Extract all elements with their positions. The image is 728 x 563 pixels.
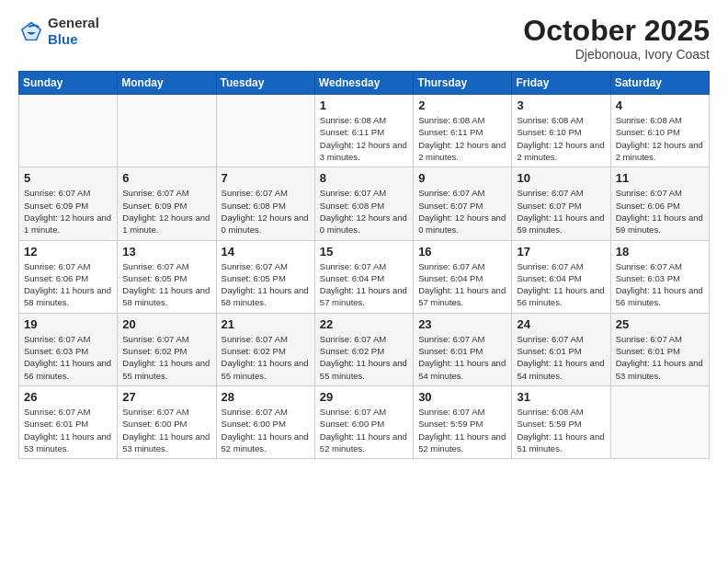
- weekday-header-row: SundayMondayTuesdayWednesdayThursdayFrid…: [19, 72, 710, 95]
- logo-text: General Blue: [48, 15, 99, 48]
- day-number: 29: [320, 390, 408, 404]
- day-info: Sunrise: 6:07 AMSunset: 6:01 PMDaylight:…: [616, 333, 704, 382]
- day-info: Sunrise: 6:07 AMSunset: 6:04 PMDaylight:…: [517, 260, 605, 309]
- weekday-header-friday: Friday: [512, 72, 610, 95]
- day-number: 21: [222, 317, 310, 331]
- day-number: 28: [222, 390, 310, 404]
- day-info: Sunrise: 6:07 AMSunset: 5:59 PMDaylight:…: [418, 406, 506, 454]
- calendar-table: SundayMondayTuesdayWednesdayThursdayFrid…: [18, 71, 710, 459]
- day-cell: 31Sunrise: 6:08 AMSunset: 5:59 PMDayligh…: [512, 385, 610, 458]
- day-number: 8: [320, 171, 408, 185]
- day-info: Sunrise: 6:07 AMSunset: 6:03 PMDaylight:…: [616, 260, 704, 309]
- day-cell: 13Sunrise: 6:07 AMSunset: 6:05 PMDayligh…: [118, 240, 216, 313]
- day-info: Sunrise: 6:07 AMSunset: 6:08 PMDaylight:…: [222, 187, 310, 236]
- header: General Blue October 2025 Djebonoua, Ivo…: [18, 15, 710, 62]
- day-cell: 27Sunrise: 6:07 AMSunset: 6:00 PMDayligh…: [118, 385, 216, 458]
- day-cell: 9Sunrise: 6:07 AMSunset: 6:07 PMDaylight…: [414, 167, 512, 240]
- week-row-2: 5Sunrise: 6:07 AMSunset: 6:09 PMDaylight…: [19, 167, 710, 240]
- day-number: 20: [122, 317, 210, 331]
- day-number: 24: [517, 317, 605, 331]
- day-info: Sunrise: 6:07 AMSunset: 6:07 PMDaylight:…: [418, 187, 506, 236]
- day-cell: [19, 95, 118, 167]
- day-number: 19: [24, 317, 112, 331]
- day-number: 22: [320, 317, 408, 331]
- day-cell: 22Sunrise: 6:07 AMSunset: 6:02 PMDayligh…: [314, 313, 413, 385]
- day-cell: 21Sunrise: 6:07 AMSunset: 6:02 PMDayligh…: [216, 313, 314, 385]
- day-cell: 5Sunrise: 6:07 AMSunset: 6:09 PMDaylight…: [19, 167, 118, 240]
- day-info: Sunrise: 6:07 AMSunset: 6:00 PMDaylight:…: [222, 406, 310, 454]
- day-info: Sunrise: 6:07 AMSunset: 6:01 PMDaylight:…: [517, 333, 605, 382]
- day-info: Sunrise: 6:07 AMSunset: 6:06 PMDaylight:…: [24, 260, 112, 309]
- day-cell: 30Sunrise: 6:07 AMSunset: 5:59 PMDayligh…: [414, 385, 512, 458]
- day-info: Sunrise: 6:07 AMSunset: 6:04 PMDaylight:…: [418, 260, 506, 309]
- day-number: 7: [222, 171, 310, 185]
- day-info: Sunrise: 6:07 AMSunset: 6:03 PMDaylight:…: [24, 333, 112, 382]
- weekday-header-tuesday: Tuesday: [216, 72, 314, 95]
- logo-icon: [18, 18, 44, 44]
- day-number: 4: [616, 98, 704, 112]
- day-info: Sunrise: 6:08 AMSunset: 5:59 PMDaylight:…: [517, 406, 605, 454]
- day-cell: 23Sunrise: 6:07 AMSunset: 6:01 PMDayligh…: [414, 313, 512, 385]
- day-cell: 20Sunrise: 6:07 AMSunset: 6:02 PMDayligh…: [118, 313, 216, 385]
- day-info: Sunrise: 6:07 AMSunset: 6:02 PMDaylight:…: [222, 333, 310, 382]
- day-info: Sunrise: 6:07 AMSunset: 6:04 PMDaylight:…: [320, 260, 408, 309]
- week-row-4: 19Sunrise: 6:07 AMSunset: 6:03 PMDayligh…: [19, 313, 710, 385]
- day-cell: 18Sunrise: 6:07 AMSunset: 6:03 PMDayligh…: [610, 240, 709, 313]
- day-cell: 29Sunrise: 6:07 AMSunset: 6:00 PMDayligh…: [314, 385, 413, 458]
- day-number: 10: [517, 171, 605, 185]
- day-info: Sunrise: 6:07 AMSunset: 6:09 PMDaylight:…: [122, 187, 210, 236]
- day-number: 6: [122, 171, 210, 185]
- day-cell: 6Sunrise: 6:07 AMSunset: 6:09 PMDaylight…: [118, 167, 216, 240]
- day-info: Sunrise: 6:07 AMSunset: 6:01 PMDaylight:…: [24, 406, 112, 454]
- day-number: 11: [616, 171, 704, 185]
- day-cell: 24Sunrise: 6:07 AMSunset: 6:01 PMDayligh…: [512, 313, 610, 385]
- day-info: Sunrise: 6:07 AMSunset: 6:02 PMDaylight:…: [122, 333, 210, 382]
- day-info: Sunrise: 6:08 AMSunset: 6:10 PMDaylight:…: [517, 114, 605, 163]
- day-number: 14: [222, 245, 310, 259]
- day-info: Sunrise: 6:08 AMSunset: 6:11 PMDaylight:…: [418, 114, 506, 163]
- day-info: Sunrise: 6:07 AMSunset: 6:05 PMDaylight:…: [122, 260, 210, 309]
- week-row-1: 1Sunrise: 6:08 AMSunset: 6:11 PMDaylight…: [19, 95, 710, 167]
- weekday-header-monday: Monday: [118, 72, 216, 95]
- day-number: 23: [418, 317, 506, 331]
- day-number: 3: [517, 98, 605, 112]
- day-number: 1: [320, 98, 408, 112]
- day-cell: 17Sunrise: 6:07 AMSunset: 6:04 PMDayligh…: [512, 240, 610, 313]
- day-number: 12: [24, 245, 112, 259]
- day-cell: [216, 95, 314, 167]
- day-cell: [610, 385, 709, 458]
- title-block: October 2025 Djebonoua, Ivory Coast: [523, 15, 710, 62]
- day-cell: 25Sunrise: 6:07 AMSunset: 6:01 PMDayligh…: [610, 313, 709, 385]
- day-number: 25: [616, 317, 704, 331]
- calendar-page: General Blue October 2025 Djebonoua, Ivo…: [0, 0, 728, 563]
- svg-marker-0: [21, 21, 41, 40]
- day-info: Sunrise: 6:07 AMSunset: 6:08 PMDaylight:…: [320, 187, 408, 236]
- day-info: Sunrise: 6:07 AMSunset: 6:07 PMDaylight:…: [517, 187, 605, 236]
- day-cell: 1Sunrise: 6:08 AMSunset: 6:11 PMDaylight…: [314, 95, 413, 167]
- week-row-5: 26Sunrise: 6:07 AMSunset: 6:01 PMDayligh…: [19, 385, 710, 458]
- weekday-header-thursday: Thursday: [414, 72, 512, 95]
- day-info: Sunrise: 6:07 AMSunset: 6:00 PMDaylight:…: [320, 406, 408, 454]
- weekday-header-saturday: Saturday: [610, 72, 709, 95]
- day-cell: 10Sunrise: 6:07 AMSunset: 6:07 PMDayligh…: [512, 167, 610, 240]
- day-info: Sunrise: 6:07 AMSunset: 6:06 PMDaylight:…: [616, 187, 704, 236]
- day-info: Sunrise: 6:07 AMSunset: 6:00 PMDaylight:…: [122, 406, 210, 454]
- weekday-header-sunday: Sunday: [19, 72, 118, 95]
- day-info: Sunrise: 6:07 AMSunset: 6:02 PMDaylight:…: [320, 333, 408, 382]
- day-cell: 7Sunrise: 6:07 AMSunset: 6:08 PMDaylight…: [216, 167, 314, 240]
- day-cell: 28Sunrise: 6:07 AMSunset: 6:00 PMDayligh…: [216, 385, 314, 458]
- day-number: 30: [418, 390, 506, 404]
- calendar-subtitle: Djebonoua, Ivory Coast: [523, 47, 710, 62]
- day-cell: [118, 95, 216, 167]
- day-cell: 26Sunrise: 6:07 AMSunset: 6:01 PMDayligh…: [19, 385, 118, 458]
- day-number: 27: [122, 390, 210, 404]
- day-info: Sunrise: 6:07 AMSunset: 6:01 PMDaylight:…: [418, 333, 506, 382]
- day-cell: 16Sunrise: 6:07 AMSunset: 6:04 PMDayligh…: [414, 240, 512, 313]
- day-number: 13: [122, 245, 210, 259]
- day-number: 18: [616, 245, 704, 259]
- day-cell: 14Sunrise: 6:07 AMSunset: 6:05 PMDayligh…: [216, 240, 314, 313]
- day-info: Sunrise: 6:08 AMSunset: 6:10 PMDaylight:…: [616, 114, 704, 163]
- day-cell: 4Sunrise: 6:08 AMSunset: 6:10 PMDaylight…: [610, 95, 709, 167]
- day-cell: 8Sunrise: 6:07 AMSunset: 6:08 PMDaylight…: [314, 167, 413, 240]
- day-info: Sunrise: 6:08 AMSunset: 6:11 PMDaylight:…: [320, 114, 408, 163]
